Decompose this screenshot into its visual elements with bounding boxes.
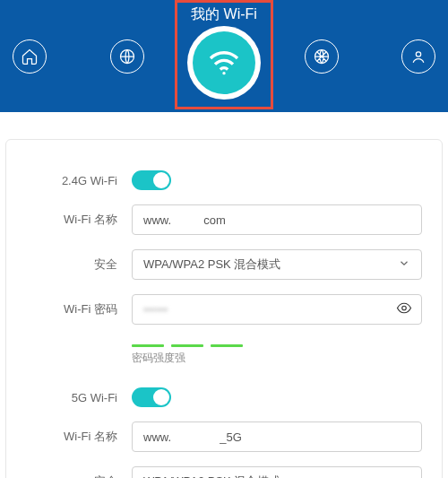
wifi-icon: [193, 31, 255, 94]
app-header: 我的 Wi-Fi: [0, 0, 448, 112]
wifi5-section-label: 5G Wi-Fi: [26, 391, 132, 404]
wifi5-security-select[interactable]: WPA/WPA2 PSK 混合模式: [132, 466, 422, 478]
eye-icon[interactable]: [396, 300, 412, 319]
svg-point-4: [402, 306, 407, 310]
wifi5-name-label: Wi-Fi 名称: [26, 429, 132, 445]
wifi-settings-panel: 2.4G Wi-Fi Wi-Fi 名称 安全 WPA/WPA2 PSK 混合模式…: [5, 139, 443, 478]
wifi24-security-value: WPA/WPA2 PSK 混合模式: [143, 256, 280, 273]
wifi24-password-label: Wi-Fi 密码: [26, 301, 132, 317]
wifi24-section-label: 2.4G Wi-Fi: [26, 174, 132, 187]
password-strength-bars: [132, 344, 422, 347]
wifi24-name-input[interactable]: [132, 204, 422, 235]
chevron-down-icon: [398, 257, 410, 273]
wifi5-name-input[interactable]: [132, 422, 422, 452]
wifi24-security-label: 安全: [26, 256, 132, 273]
home-icon[interactable]: [13, 39, 47, 74]
password-strength-text: 密码强度强: [132, 351, 422, 366]
svg-point-2: [416, 51, 420, 56]
globe-icon[interactable]: [110, 39, 144, 74]
wifi5-security-label: 安全: [26, 474, 132, 478]
page-title: 我的 Wi-Fi: [175, 0, 273, 24]
wifi24-security-select[interactable]: WPA/WPA2 PSK 混合模式: [132, 249, 422, 280]
wifi24-password-value: ••••••: [143, 303, 168, 317]
wifi5-toggle[interactable]: [132, 387, 171, 407]
globe-alt-icon[interactable]: [305, 39, 339, 74]
my-wifi-tab[interactable]: 我的 Wi-Fi: [175, 0, 273, 109]
svg-point-3: [222, 72, 225, 74]
chevron-down-icon: [398, 474, 410, 479]
wifi5-security-value: WPA/WPA2 PSK 混合模式: [143, 474, 280, 478]
wifi24-toggle[interactable]: [132, 170, 171, 190]
user-icon[interactable]: [401, 39, 435, 74]
wifi24-password-input[interactable]: ••••••: [132, 294, 422, 325]
wifi24-name-label: Wi-Fi 名称: [26, 212, 132, 228]
